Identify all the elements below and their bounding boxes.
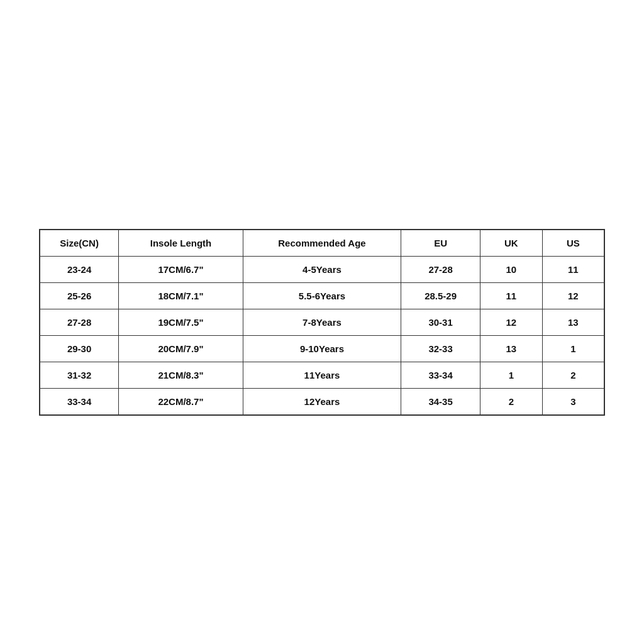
cell-size_cn: 29-30 [40,335,119,362]
cell-size_cn: 25-26 [40,282,119,309]
cell-us: 13 [542,309,604,335]
cell-eu: 28.5-29 [401,282,480,309]
cell-eu: 34-35 [401,388,480,415]
cell-size_cn: 31-32 [40,362,119,388]
cell-insole: 18CM/7.1" [119,282,243,309]
table-header-row: Size(CN) Insole Length Recommended Age E… [40,230,604,257]
cell-age: 12Years [243,388,401,415]
cell-us: 12 [542,282,604,309]
cell-size_cn: 27-28 [40,309,119,335]
table-row: 29-3020CM/7.9"9-10Years32-33131 [40,335,604,362]
cell-eu: 33-34 [401,362,480,388]
table-row: 23-2417CM/6.7"4-5Years27-281011 [40,256,604,282]
cell-insole: 20CM/7.9" [119,335,243,362]
cell-insole: 19CM/7.5" [119,309,243,335]
cell-size_cn: 33-34 [40,388,119,415]
cell-age: 5.5-6Years [243,282,401,309]
cell-insole: 22CM/8.7" [119,388,243,415]
header-eu: EU [401,230,480,257]
cell-eu: 32-33 [401,335,480,362]
cell-age: 11Years [243,362,401,388]
header-size-cn: Size(CN) [40,230,119,257]
header-age: Recommended Age [243,230,401,257]
cell-insole: 17CM/6.7" [119,256,243,282]
header-insole: Insole Length [119,230,243,257]
cell-uk: 13 [480,335,542,362]
cell-us: 1 [542,335,604,362]
cell-insole: 21CM/8.3" [119,362,243,388]
cell-uk: 2 [480,388,542,415]
cell-us: 2 [542,362,604,388]
size-chart-container: Size(CN) Insole Length Recommended Age E… [39,229,605,416]
cell-age: 9-10Years [243,335,401,362]
table-row: 25-2618CM/7.1"5.5-6Years28.5-291112 [40,282,604,309]
table-row: 27-2819CM/7.5"7-8Years30-311213 [40,309,604,335]
cell-age: 7-8Years [243,309,401,335]
cell-age: 4-5Years [243,256,401,282]
table-row: 31-3221CM/8.3"11Years33-3412 [40,362,604,388]
cell-eu: 30-31 [401,309,480,335]
cell-size_cn: 23-24 [40,256,119,282]
cell-uk: 12 [480,309,542,335]
cell-uk: 11 [480,282,542,309]
cell-us: 11 [542,256,604,282]
cell-uk: 10 [480,256,542,282]
header-uk: UK [480,230,542,257]
size-chart-table: Size(CN) Insole Length Recommended Age E… [39,229,605,416]
cell-eu: 27-28 [401,256,480,282]
table-row: 33-3422CM/8.7"12Years34-3523 [40,388,604,415]
cell-us: 3 [542,388,604,415]
cell-uk: 1 [480,362,542,388]
header-us: US [542,230,604,257]
